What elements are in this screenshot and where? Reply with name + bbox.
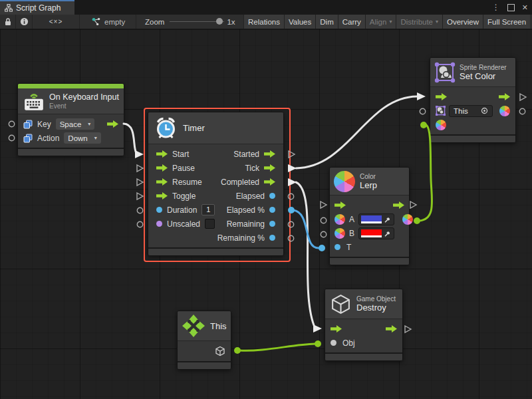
port-timer-remaining[interactable] (287, 221, 295, 228)
value-in-port-icon[interactable] (156, 221, 162, 227)
node-on-keyboard-input[interactable]: On Keyboard Input Event Key Space▾ Actio… (17, 83, 124, 156)
game-object-icon (330, 293, 352, 315)
flow-in-port-icon[interactable] (436, 93, 447, 100)
align-button[interactable]: Align▾ (366, 15, 397, 29)
values-button[interactable]: Values (285, 15, 316, 29)
fullscreen-button[interactable]: Full Screen (483, 15, 530, 29)
color-out-port-icon[interactable] (402, 214, 413, 225)
timer-output-label: Tick (245, 164, 259, 173)
overview-button[interactable]: Overview (443, 15, 483, 29)
port-action-in[interactable] (8, 134, 15, 142)
flow-out-port-icon[interactable] (499, 93, 510, 100)
port-timer-start[interactable] (134, 150, 144, 159)
port-timer-tick[interactable] (287, 164, 297, 173)
color-field-a[interactable] (358, 213, 394, 225)
graph-selector[interactable]: empty (80, 15, 136, 29)
port-timer-toggle[interactable] (136, 192, 144, 201)
node-timer[interactable]: Timer Start Started Pause Tick Resume (148, 112, 284, 256)
color-out-port-icon[interactable] (499, 106, 510, 116)
distribute-button[interactable]: Distribute▾ (396, 15, 443, 29)
info-button[interactable] (16, 15, 33, 29)
node-color-lerp[interactable]: Color Lerp A B (329, 167, 410, 265)
port-lerp-t[interactable] (318, 244, 326, 252)
node-title: Timer (183, 123, 205, 133)
flow-out-port-icon[interactable] (264, 164, 275, 172)
port-destroy-obj[interactable] (314, 340, 322, 348)
port-key-in[interactable] (8, 120, 15, 128)
collapse-button[interactable]: <×> (33, 15, 80, 29)
port-timer-duration[interactable] (136, 207, 144, 214)
relations-button[interactable]: Relations (244, 15, 285, 29)
unscaled-checkbox[interactable] (205, 219, 215, 229)
color-field-b[interactable] (358, 227, 394, 239)
window-maximize-icon[interactable] (507, 4, 515, 11)
target-object-field[interactable]: This (449, 105, 493, 117)
action-dropdown[interactable]: Down▾ (64, 132, 100, 144)
value-out-port-icon[interactable] (269, 235, 275, 241)
object-picker-icon[interactable] (481, 107, 488, 114)
port-timer-elapsed-pct[interactable] (287, 206, 295, 214)
flow-out-port-icon[interactable] (264, 178, 275, 186)
port-setcolor-target[interactable] (419, 108, 426, 115)
port-timer-completed[interactable] (287, 178, 297, 187)
game-object-out-port-icon[interactable] (215, 346, 225, 356)
value-in-port-icon[interactable] (334, 244, 340, 250)
port-timer-elapsed[interactable] (287, 193, 295, 200)
dropdown-caret-icon: ▾ (436, 19, 438, 25)
port-timer-started[interactable] (287, 150, 296, 159)
port-lerp-result[interactable] (413, 217, 421, 225)
lock-button[interactable] (0, 15, 16, 29)
port-setcolor-color[interactable] (420, 121, 428, 129)
color-value-port-icon[interactable] (334, 228, 345, 239)
duration-value-field[interactable]: 1 (201, 204, 215, 215)
node-footer (178, 361, 231, 369)
port-setcolor-flow-out[interactable] (519, 92, 527, 102)
timer-output-label: Remaining (227, 219, 265, 229)
value-out-port-icon[interactable] (269, 193, 275, 199)
value-in-port-icon[interactable] (156, 207, 162, 213)
flow-in-port-icon[interactable] (156, 150, 168, 158)
zoom-slider[interactable] (170, 21, 224, 23)
value-in-port-icon[interactable] (331, 340, 336, 346)
port-setcolor-flow-in[interactable] (416, 92, 426, 101)
tab-script-graph[interactable]: Script Graph (0, 0, 74, 15)
port-this-out[interactable] (233, 346, 241, 354)
port-lerp-flow-out[interactable] (409, 200, 418, 209)
window-menu-icon[interactable]: ⋮ (492, 3, 500, 12)
flow-out-port-icon[interactable] (386, 325, 397, 332)
port-timer-resume[interactable] (136, 178, 144, 187)
port-lerp-a[interactable] (320, 217, 327, 224)
eyedropper-icon[interactable] (384, 215, 392, 223)
eyedropper-icon[interactable] (384, 229, 392, 237)
color-value-port-icon[interactable] (334, 214, 345, 225)
flow-in-port-icon[interactable] (156, 178, 168, 186)
node-this[interactable]: This (177, 311, 231, 370)
value-out-port-icon[interactable] (269, 207, 275, 213)
port-lerp-flow-in[interactable] (319, 200, 328, 209)
color-in-port-icon[interactable] (436, 120, 446, 130)
port-timer-pause[interactable] (136, 164, 144, 173)
value-out-port-icon[interactable] (269, 221, 275, 227)
graph-toolbar: <×> empty Zoom 1x Relations Values Dim C… (0, 15, 532, 29)
zoom-slider-knob[interactable] (216, 18, 223, 25)
key-dropdown[interactable]: Space▾ (56, 118, 95, 130)
flow-out-port-icon[interactable] (107, 120, 118, 128)
flow-in-port-icon[interactable] (334, 201, 346, 209)
carry-button[interactable]: Carry (338, 15, 366, 29)
node-set-color[interactable]: Sprite Renderer Set Color This (430, 57, 516, 143)
flow-out-port-icon[interactable] (393, 201, 404, 209)
flow-in-port-icon[interactable] (331, 325, 342, 332)
port-lerp-b[interactable] (320, 231, 327, 238)
port-timer-unscaled[interactable] (136, 221, 144, 228)
node-category: Game Object (356, 295, 396, 303)
port-destroy-flow-out[interactable] (404, 325, 412, 334)
window-close-icon[interactable]: ✕ (522, 3, 528, 12)
flow-in-port-icon[interactable] (156, 164, 168, 172)
dim-button[interactable]: Dim (316, 15, 338, 29)
port-timer-remaining-pct[interactable] (287, 235, 295, 242)
port-setcolor-value-out[interactable] (519, 108, 526, 115)
port-destroy-flow-in[interactable] (313, 324, 323, 333)
flow-in-port-icon[interactable] (156, 192, 168, 200)
flow-out-port-icon[interactable] (264, 150, 275, 158)
node-destroy[interactable]: Game Object Destroy Obj (325, 289, 403, 361)
